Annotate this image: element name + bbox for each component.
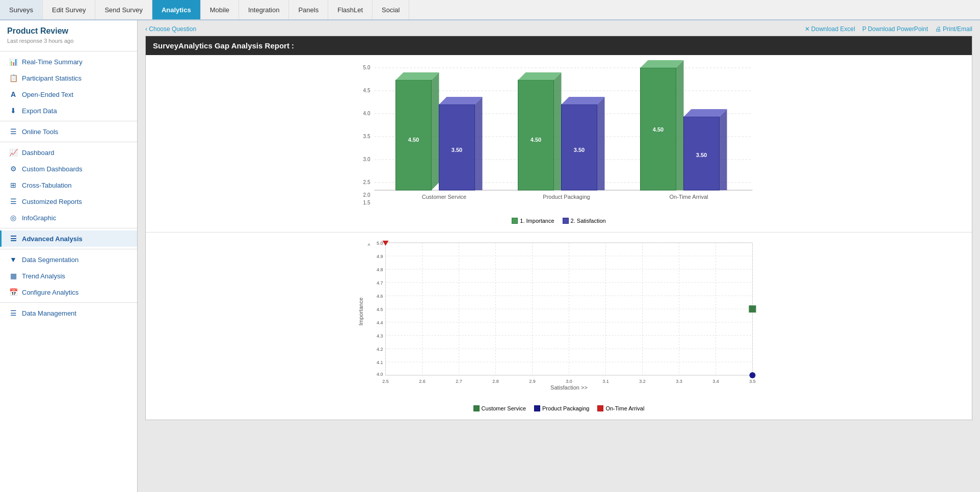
sidebar-divider-3	[0, 142, 137, 142]
bar-chart-svg: 5.0 4.5 4.0 3.5 3.0 2.5 2.0 1.5	[156, 60, 962, 213]
sidebar-item-open-ended-text[interactable]: A Open-Ended Text	[0, 86, 137, 102]
report-title: SurveyAnalytics Gap Analysis Report :	[146, 36, 972, 55]
svg-text:2.5: 2.5	[382, 379, 389, 384]
svg-marker-35	[641, 60, 684, 68]
svg-text:3.0: 3.0	[363, 157, 370, 162]
excel-icon: ✕	[805, 25, 810, 33]
infographic-icon: ◎	[9, 214, 18, 222]
management-icon: ☰	[9, 309, 18, 317]
sidebar-item-export-data[interactable]: ⬇ Export Data	[0, 102, 137, 119]
sidebar: Product Review Last response 3 hours ago…	[0, 20, 138, 492]
sidebar-item-online-tools[interactable]: ☰ Online Tools	[0, 123, 137, 140]
svg-text:3.0: 3.0	[566, 379, 572, 384]
product-packaging-legend-label: Product Packaging	[542, 405, 589, 411]
sidebar-item-cross-tabulation[interactable]: ⊞ Cross-Tabulation	[0, 177, 137, 193]
list-icon: ☰	[9, 127, 18, 136]
choose-question-link[interactable]: Choose Question	[145, 25, 196, 33]
nav-analytics[interactable]: Analytics	[152, 0, 201, 19]
svg-text:3.50: 3.50	[696, 152, 707, 158]
importance-label: 1. Importance	[520, 218, 554, 224]
nav-flashlet[interactable]: FlashLet	[328, 0, 373, 19]
svg-text:3.5: 3.5	[363, 134, 370, 139]
topbar-actions: ✕ Download Excel P Download PowerPoint 🖨…	[805, 25, 972, 33]
download-excel-button[interactable]: ✕ Download Excel	[805, 25, 855, 33]
on-time-arrival-legend-label: On-Time Arrival	[605, 405, 644, 411]
sidebar-label-configure-analytics: Configure Analytics	[22, 289, 78, 296]
svg-rect-24	[518, 80, 554, 190]
svg-text:4.2: 4.2	[377, 347, 383, 352]
bar-chart-icon: 📊	[9, 58, 18, 66]
svg-text:4.3: 4.3	[377, 333, 383, 339]
scatter-chart-svg: Importance ^ Satisfaction >> 5.0 4.9 4.8…	[156, 238, 962, 401]
nav-mobile[interactable]: Mobile	[201, 0, 239, 19]
sidebar-label-data-management: Data Management	[22, 309, 76, 317]
sidebar-item-participant-statistics[interactable]: 📋 Participant Statistics	[0, 70, 137, 86]
svg-text:4.50: 4.50	[653, 126, 664, 133]
gear-icon: ⚙	[9, 165, 18, 173]
sidebar-item-advanced-analysis[interactable]: ☰ Advanced Analysis	[0, 230, 137, 247]
svg-text:3.50: 3.50	[574, 147, 585, 153]
svg-marker-26	[518, 72, 562, 80]
sidebar-label-dashboard: Dashboard	[22, 149, 55, 157]
sidebar-item-infographic[interactable]: ◎ InfoGraphic	[0, 210, 137, 226]
svg-text:4.50: 4.50	[531, 137, 541, 143]
nav-social[interactable]: Social	[373, 0, 409, 19]
nav-edit-survey[interactable]: Edit Survey	[43, 0, 95, 19]
dashboard-icon: 📈	[9, 148, 18, 157]
customer-service-color	[473, 405, 480, 411]
sidebar-label-advanced-analysis: Advanced Analysis	[22, 235, 83, 243]
satisfaction-color	[563, 218, 569, 224]
legend-product-packaging: Product Packaging	[534, 405, 589, 411]
svg-text:4.50: 4.50	[408, 137, 419, 143]
svg-text:^: ^	[368, 243, 370, 249]
download-powerpoint-button[interactable]: P Download PowerPoint	[862, 25, 928, 33]
scatter-point-customer-service	[749, 305, 756, 313]
svg-text:5.0: 5.0	[377, 241, 383, 246]
svg-text:2.6: 2.6	[419, 379, 426, 384]
svg-text:2.8: 2.8	[492, 379, 499, 384]
report-container: SurveyAnalytics Gap Analysis Report : 5.…	[145, 36, 972, 420]
nav-panels[interactable]: Panels	[289, 0, 328, 19]
svg-marker-16	[432, 72, 439, 190]
sidebar-divider-4	[0, 228, 137, 228]
print-icon: 🖨	[935, 25, 941, 33]
svg-text:Importance: Importance	[358, 297, 364, 325]
trend-icon: ▦	[9, 272, 18, 280]
sidebar-label-participant-statistics: Participant Statistics	[22, 74, 82, 82]
svg-marker-17	[396, 72, 439, 80]
svg-text:4.9: 4.9	[377, 254, 383, 259]
bar-chart-legend: 1. Importance 2. Satisfaction	[156, 215, 962, 227]
nav-surveys[interactable]: Surveys	[0, 0, 43, 19]
bar-chart-container: 5.0 4.5 4.0 3.5 3.0 2.5 2.0 1.5	[146, 55, 972, 232]
svg-marker-25	[554, 72, 562, 190]
nav-send-survey[interactable]: Send Survey	[95, 0, 152, 19]
sidebar-label-trend-analysis: Trend Analysis	[22, 272, 65, 280]
sidebar-item-data-segmentation[interactable]: ▼ Data Segmentation	[0, 251, 137, 268]
ppt-icon: P	[862, 25, 866, 33]
svg-text:4.0: 4.0	[363, 111, 370, 116]
print-email-button[interactable]: 🖨 Print/Email	[935, 25, 972, 33]
nav-integration[interactable]: Integration	[239, 0, 289, 19]
svg-text:4.8: 4.8	[377, 267, 383, 272]
sidebar-item-dashboard[interactable]: 📈 Dashboard	[0, 144, 137, 161]
svg-text:2.9: 2.9	[529, 379, 536, 384]
svg-text:3.1: 3.1	[602, 379, 609, 384]
survey-title: Product Review	[0, 20, 137, 38]
sidebar-item-configure-analytics[interactable]: 📅 Configure Analytics	[0, 284, 137, 300]
satisfaction-label: 2. Satisfaction	[571, 218, 606, 224]
sidebar-item-custom-dashboards[interactable]: ⚙ Custom Dashboards	[0, 161, 137, 177]
clipboard-icon: 📋	[9, 74, 18, 82]
svg-text:3.2: 3.2	[639, 379, 646, 384]
sidebar-item-realtime-summary[interactable]: 📊 Real-Time Summary	[0, 54, 137, 70]
sidebar-item-trend-analysis[interactable]: ▦ Trend Analysis	[0, 268, 137, 284]
svg-text:4.5: 4.5	[363, 88, 370, 93]
svg-text:5.0: 5.0	[363, 65, 370, 70]
sidebar-item-data-management[interactable]: ☰ Data Management	[0, 305, 137, 321]
svg-marker-30	[562, 97, 605, 105]
svg-text:3.50: 3.50	[452, 147, 462, 153]
report-icon: ☰	[9, 197, 18, 205]
sidebar-item-customized-reports[interactable]: ☰ Customized Reports	[0, 193, 137, 210]
svg-text:2.5: 2.5	[363, 179, 370, 185]
svg-text:2.7: 2.7	[456, 379, 462, 384]
sidebar-divider-2	[0, 121, 137, 121]
